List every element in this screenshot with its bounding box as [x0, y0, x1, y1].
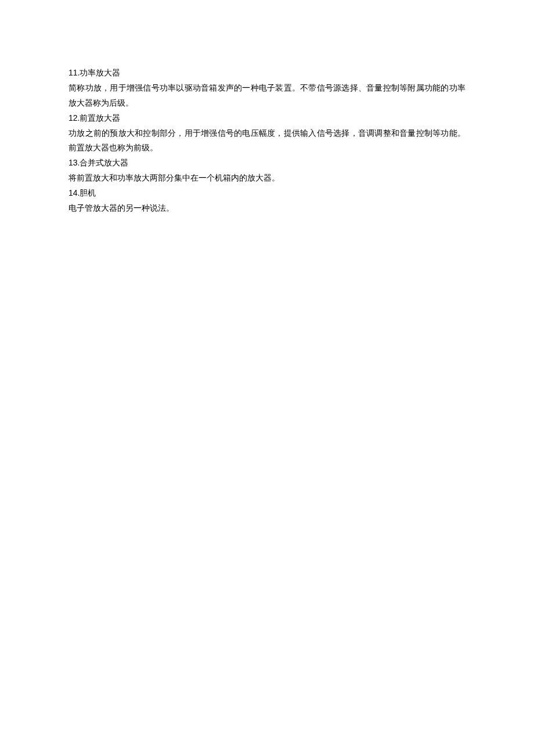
item-title-text: 合并式放大器 — [80, 158, 128, 167]
item-title: 13.合并式放大器 — [68, 156, 466, 171]
document-content: 11.功率放大器 简称功放，用于增强信号功率以驱动音箱发声的一种电子装置。不带信… — [68, 66, 466, 216]
item-description: 将前置放大和功率放大两部分集中在一个机箱内的放大器。 — [68, 171, 466, 186]
item-title: 12.前置放大器 — [68, 111, 466, 126]
item-title: 11.功率放大器 — [68, 66, 466, 81]
item-description: 简称功放，用于增强信号功率以驱动音箱发声的一种电子装置。不带信号源选择、音量控制… — [68, 81, 466, 111]
item-title-text: 前置放大器 — [80, 113, 120, 123]
item-title-text: 功率放大器 — [80, 68, 120, 77]
item-number: 13. — [68, 158, 80, 167]
item-number: 11. — [68, 68, 80, 77]
item-title-text: 胆机 — [80, 188, 96, 197]
item-number: 12. — [68, 113, 80, 123]
item-title: 14.胆机 — [68, 186, 466, 201]
item-12: 12.前置放大器 功放之前的预放大和控制部分，用于增强信号的电压幅度，提供输入信… — [68, 111, 466, 156]
item-13: 13.合并式放大器 将前置放大和功率放大两部分集中在一个机箱内的放大器。 — [68, 156, 466, 186]
item-description: 电子管放大器的另一种说法。 — [68, 201, 466, 216]
item-14: 14.胆机 电子管放大器的另一种说法。 — [68, 186, 466, 216]
item-description: 功放之前的预放大和控制部分，用于增强信号的电压幅度，提供输入信号选择，音调调整和… — [68, 126, 466, 156]
item-number: 14. — [68, 188, 80, 197]
item-11: 11.功率放大器 简称功放，用于增强信号功率以驱动音箱发声的一种电子装置。不带信… — [68, 66, 466, 111]
